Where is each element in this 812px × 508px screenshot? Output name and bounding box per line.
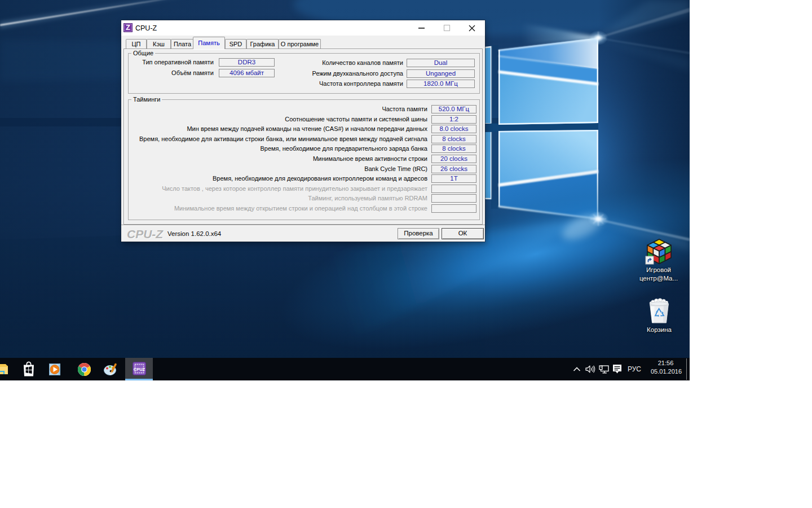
svg-text:CPUZ: CPUZ [134, 367, 145, 372]
